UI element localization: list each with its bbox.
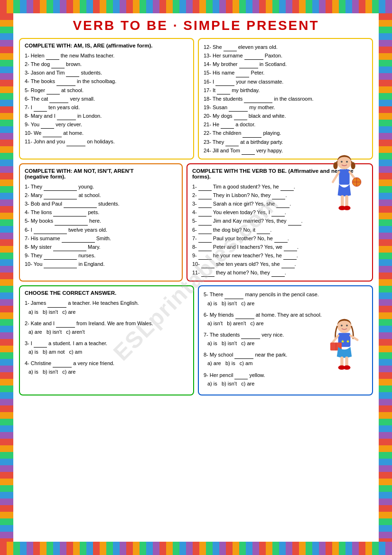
pencil-border-right xyxy=(379,13,392,542)
main-content: ESLprintables.com VERB TO BE · SIMPLE PR… xyxy=(13,13,379,542)
section2-box: 12- She eleven years old. 13- Her surnam… xyxy=(198,38,373,160)
svg-point-3 xyxy=(341,161,343,163)
svg-rect-12 xyxy=(345,195,348,207)
section5-title: CHOOSE THE CORRECT ANSWER. xyxy=(25,290,188,296)
svg-point-1 xyxy=(333,162,337,169)
svg-point-2 xyxy=(351,162,355,169)
svg-point-16 xyxy=(341,325,343,327)
section5-box: CHOOSE THE CORRECT ANSWER. 1- James a te… xyxy=(19,285,194,395)
character-girl-reading: ★ ★ xyxy=(327,317,362,374)
character-girl-basketball xyxy=(327,153,362,215)
top-sections-row: COMPLETE WITH: AM, IS, ARE (affirmative … xyxy=(19,38,373,160)
svg-line-6 xyxy=(333,172,339,182)
svg-line-21 xyxy=(350,336,357,340)
section1-box: COMPLETE WITH: AM, IS, ARE (affirmative … xyxy=(19,38,194,160)
pencil-border-top xyxy=(0,0,392,13)
svg-point-27 xyxy=(344,366,351,370)
section5-items: 1- James a teacher. He teaches English. … xyxy=(25,299,188,376)
svg-text:★ ★: ★ ★ xyxy=(341,339,350,344)
pencil-border-bottom-bar xyxy=(0,542,392,555)
section3-lines: 1- They young. 2- Mary at school. 3- Bob… xyxy=(25,182,177,268)
section1-title: COMPLETE WITH: AM, IS, ARE (affirmative … xyxy=(25,43,188,48)
section3-box: COMPLETE WITH: AM NOT, ISN'T, AREN'T(neg… xyxy=(19,163,183,282)
svg-point-17 xyxy=(346,325,348,327)
middle-sections-row: COMPLETE WITH: AM NOT, ISN'T, AREN'T(neg… xyxy=(19,163,373,282)
page-title: VERB TO BE · SIMPLE PRESENT xyxy=(19,18,373,33)
svg-point-4 xyxy=(346,161,348,163)
section2-lines: 12- She eleven years old. 13- Her surnam… xyxy=(204,43,367,155)
svg-rect-11 xyxy=(341,195,344,207)
bottom-sections-row: CHOOSE THE CORRECT ANSWER. 1- James a te… xyxy=(19,285,373,395)
svg-rect-5 xyxy=(339,169,349,185)
pencil-border-left xyxy=(0,13,13,542)
section3-title: COMPLETE WITH: AM NOT, ISN'T, AREN'T(neg… xyxy=(25,168,177,179)
section1-lines: 1- Helen the new Maths teacher. 2- The d… xyxy=(25,51,188,146)
svg-point-14 xyxy=(344,206,351,210)
